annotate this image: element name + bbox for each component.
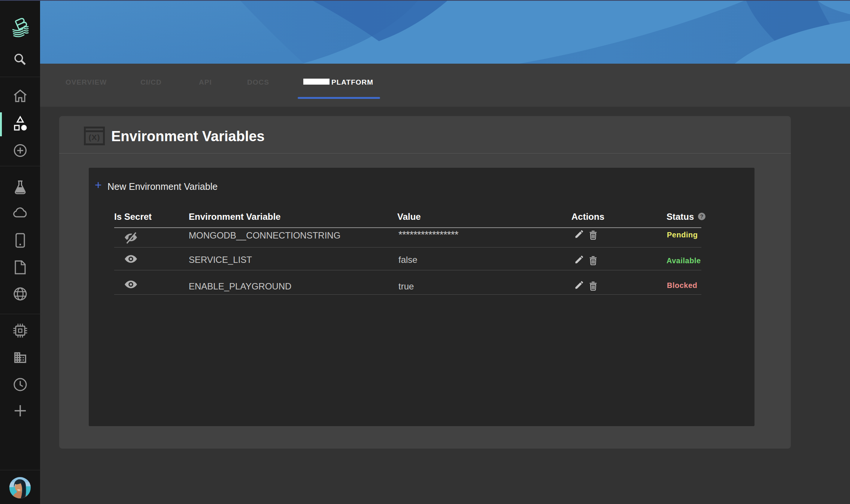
- svg-text:?: ?: [700, 213, 704, 219]
- svg-text:(X): (X): [89, 133, 100, 142]
